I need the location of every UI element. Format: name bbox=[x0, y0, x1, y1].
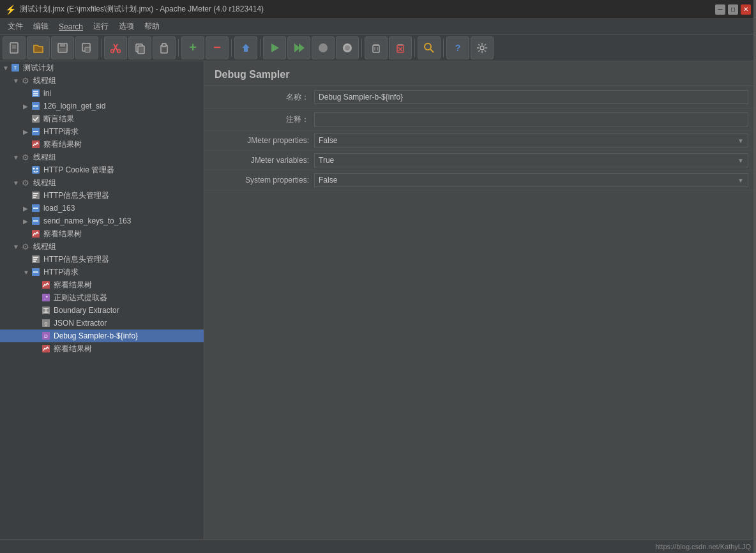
toolbar-stop-btn[interactable] bbox=[312, 36, 335, 59]
toolbar-add-btn[interactable]: + bbox=[181, 36, 204, 59]
comment-label: 注释： bbox=[212, 114, 314, 125]
json-extractor-icon: {} bbox=[41, 318, 51, 328]
tree-item-13[interactable]: ▶ send_name_keys_to_163 bbox=[0, 215, 204, 227]
tree-item-17[interactable]: ▼ HTTP请求 bbox=[0, 266, 204, 278]
thread-group-icon-3: ⚙ bbox=[20, 178, 31, 188]
svg-point-21 bbox=[345, 45, 350, 50]
toolbar-play-remote-btn[interactable] bbox=[287, 36, 310, 59]
maximize-btn[interactable]: □ bbox=[728, 4, 738, 15]
toolbar-stop-remote-btn[interactable] bbox=[336, 36, 359, 59]
toolbar-paste-btn[interactable] bbox=[153, 36, 176, 59]
debug-sampler-icon: D bbox=[41, 331, 51, 341]
tree-arrow: ▼ bbox=[13, 179, 20, 186]
tree-item-5[interactable]: 断言结果 bbox=[0, 112, 204, 125]
tree-arrow: ▼ bbox=[13, 243, 20, 250]
right-panel: Debug Sampler 名称： 注释： JMeter properties:… bbox=[204, 61, 756, 539]
tree-item-2[interactable]: ▼ ⚙ 线程组 bbox=[0, 74, 204, 87]
toolbar-save-as-btn[interactable] bbox=[75, 36, 98, 59]
minimize-btn[interactable]: ─ bbox=[715, 4, 725, 15]
tree-item-21[interactable]: {} JSON Extractor bbox=[0, 317, 204, 330]
tree-label: load_163 bbox=[43, 204, 75, 213]
tree-item-18[interactable]: 察看结果树 bbox=[0, 278, 204, 291]
tree-item-9[interactable]: HTTP Cookie 管理器 bbox=[0, 163, 204, 176]
jmeter-properties-value: False bbox=[319, 136, 337, 145]
toolbar-settings-btn[interactable] bbox=[471, 36, 494, 59]
content-header: Debug Sampler bbox=[204, 61, 756, 86]
toolbar-toggle-btn[interactable] bbox=[234, 36, 257, 59]
svg-text:D: D bbox=[44, 333, 48, 339]
tree-item-1[interactable]: ▼ T 测试计划 bbox=[0, 61, 204, 74]
toolbar-clear-all-btn[interactable] bbox=[389, 36, 412, 59]
thread-group-icon: ⚙ bbox=[20, 75, 31, 86]
name-input[interactable] bbox=[314, 90, 748, 104]
tree-item-14[interactable]: 察看结果树 bbox=[0, 227, 204, 240]
svg-rect-15 bbox=[162, 43, 166, 47]
system-properties-row: System properties: False ▼ bbox=[204, 170, 756, 190]
tree-arrow: ▼ bbox=[3, 64, 10, 72]
tree-item-10[interactable]: ▼ ⚙ 线程组 bbox=[0, 176, 204, 189]
menu-item-options[interactable]: 选项 bbox=[114, 20, 139, 33]
dropdown-arrow-2: ▼ bbox=[737, 157, 744, 164]
jmeter-variables-row: JMeter variables: True ▼ bbox=[204, 151, 756, 170]
menu-item-search[interactable]: Search bbox=[54, 21, 88, 33]
tree-label: HTTP请求 bbox=[43, 126, 79, 137]
tree-item-15[interactable]: ▼ ⚙ 线程组 bbox=[0, 240, 204, 253]
tree-label: HTTP请求 bbox=[43, 267, 79, 278]
tree-item-8[interactable]: ▼ ⚙ 线程组 bbox=[0, 151, 204, 163]
tree-item-11[interactable]: HTTP信息头管理器 bbox=[0, 189, 204, 202]
cookie-icon bbox=[31, 165, 41, 175]
http-request-icon-2 bbox=[31, 267, 41, 277]
tree-item-3[interactable]: ini bbox=[0, 87, 204, 100]
tree-item-23[interactable]: 察看结果树 bbox=[0, 342, 204, 355]
svg-marker-16 bbox=[271, 43, 279, 52]
jmeter-variables-value: True bbox=[319, 156, 334, 165]
svg-point-11 bbox=[117, 49, 121, 52]
toolbar-search-btn[interactable] bbox=[418, 36, 441, 59]
toolbar-open-btn[interactable] bbox=[27, 36, 50, 59]
tree-item-20[interactable]: Boundary Extractor bbox=[0, 304, 204, 317]
http-sampler-icon-3 bbox=[31, 216, 41, 226]
tree-panel: ▼ T 测试计划 ▼ ⚙ 线程组 ini ▶ 126_login_g bbox=[0, 61, 204, 539]
boundary-extractor-icon bbox=[41, 305, 51, 315]
menu-item-run[interactable]: 运行 bbox=[88, 20, 114, 33]
menu-item-help[interactable]: 帮助 bbox=[139, 20, 165, 33]
view-results-icon-3 bbox=[41, 280, 51, 290]
tree-item-22[interactable]: D Debug Sampler-b-${info} bbox=[0, 330, 204, 342]
toolbar-remove-btn[interactable]: − bbox=[206, 36, 229, 59]
http-sampler-icon bbox=[31, 101, 41, 111]
svg-text:.*: .* bbox=[44, 294, 49, 301]
tree-item-16[interactable]: HTTP信息头管理器 bbox=[0, 253, 204, 266]
close-btn[interactable]: ✕ bbox=[741, 4, 751, 15]
tree-item-6[interactable]: ▶ HTTP请求 bbox=[0, 125, 204, 138]
jmeter-variables-label: JMeter variables: bbox=[212, 156, 314, 165]
header-manager-icon-2 bbox=[31, 254, 41, 264]
toolbar-new-btn[interactable] bbox=[3, 36, 26, 59]
svg-rect-13 bbox=[138, 46, 144, 54]
menu-item-edit[interactable]: 编辑 bbox=[28, 20, 54, 33]
dropdown-arrow: ▼ bbox=[737, 137, 744, 144]
svg-point-30 bbox=[480, 46, 484, 50]
tree-item-7[interactable]: 察看结果树 bbox=[0, 138, 204, 151]
jmeter-properties-select[interactable]: False ▼ bbox=[314, 133, 748, 148]
menu-bar: 文件 编辑 Search 运行 选项 帮助 bbox=[0, 19, 756, 34]
toolbar-clear-btn[interactable] bbox=[365, 36, 388, 59]
tree-item-12[interactable]: ▶ load_163 bbox=[0, 202, 204, 215]
menu-item-file[interactable]: 文件 bbox=[3, 20, 28, 33]
jmeter-variables-select[interactable]: True ▼ bbox=[314, 153, 748, 167]
tree-label: send_name_keys_to_163 bbox=[43, 216, 131, 225]
toolbar-save-btn[interactable] bbox=[51, 36, 74, 59]
debug-sampler-title: Debug Sampler bbox=[215, 69, 289, 80]
toolbar-copy-btn[interactable] bbox=[128, 36, 151, 59]
tree-item-19[interactable]: .* 正则达式提取器 bbox=[0, 291, 204, 304]
sampler-icon bbox=[31, 88, 41, 98]
tree-label: ini bbox=[43, 89, 51, 98]
tree-item-4[interactable]: ▶ 126_login_get_sid bbox=[0, 100, 204, 112]
svg-marker-18 bbox=[299, 43, 305, 52]
toolbar-help-btn[interactable]: ? bbox=[446, 36, 469, 59]
system-properties-select[interactable]: False ▼ bbox=[314, 173, 748, 187]
comment-input[interactable] bbox=[314, 112, 748, 126]
toolbar-cut-btn[interactable] bbox=[104, 36, 127, 59]
status-url: https://blog.csdn.net/KathyLJQ bbox=[655, 543, 751, 550]
assertion-icon bbox=[31, 114, 41, 124]
toolbar-play-btn[interactable] bbox=[263, 36, 286, 59]
